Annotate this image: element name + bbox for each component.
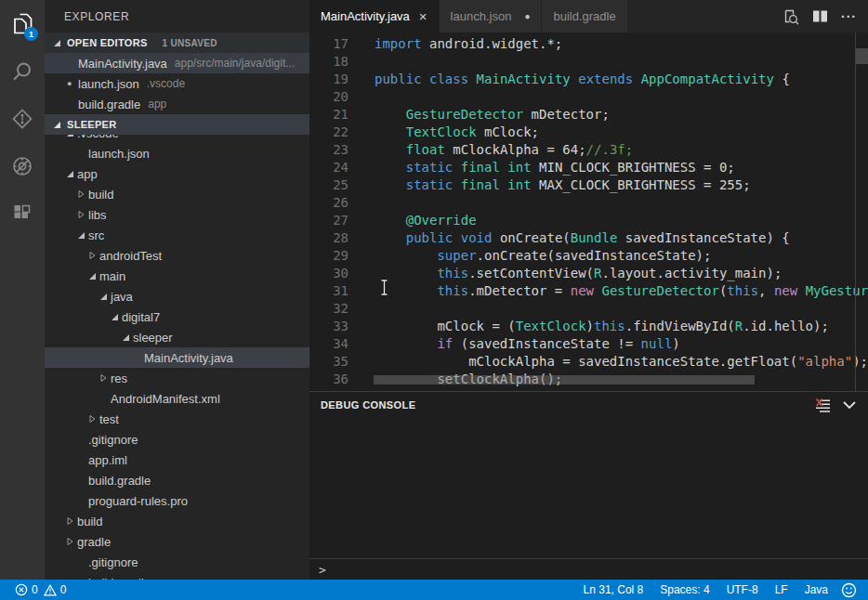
editor-line[interactable]: 31 this.mDetector = new GestureDetector(… xyxy=(309,282,868,300)
line-number[interactable]: 24 xyxy=(309,159,349,176)
twisty-expanded-icon[interactable] xyxy=(99,293,111,301)
editor-line[interactable]: 27 @Override xyxy=(309,212,868,229)
editor-line[interactable]: 23 float mClockAlpha = 64;//.3f; xyxy=(309,141,868,159)
editor-line[interactable]: 21 GestureDetector mDetector; xyxy=(309,106,868,124)
horizontal-scrollbar[interactable] xyxy=(374,375,755,385)
tree-item-launch.json[interactable]: launch.json xyxy=(45,143,309,163)
open-editors-header[interactable]: OPEN EDITORS 1 UNSAVED xyxy=(45,33,309,53)
line-number[interactable]: 32 xyxy=(309,300,349,318)
line-number[interactable]: 27 xyxy=(309,212,349,229)
twisty-expanded-icon[interactable] xyxy=(77,231,88,240)
editor-line[interactable]: 24 static final int MIN_CLOCK_BRIGHTNESS… xyxy=(309,159,868,176)
open-editor-item[interactable]: build.gradleapp xyxy=(45,94,309,114)
tree-item-app.iml[interactable]: app.iml xyxy=(45,450,309,470)
tree-item-MainActivity.java[interactable]: MainActivity.java xyxy=(45,347,309,368)
tree-item-build.gradle[interactable]: build.gradle xyxy=(45,470,309,490)
debug-console-input[interactable]: > xyxy=(309,558,868,580)
tree-item-src[interactable]: src xyxy=(45,225,309,245)
twisty-collapsed-icon[interactable] xyxy=(99,373,111,383)
editor-line[interactable]: 33 mClock = (TextClock)this.findViewById… xyxy=(309,318,868,335)
status-lf[interactable]: LF xyxy=(775,583,788,596)
twisty-collapsed-icon[interactable] xyxy=(77,189,88,199)
tree-item-app[interactable]: app xyxy=(45,163,309,184)
line-number[interactable]: 35 xyxy=(309,353,349,371)
line-number[interactable]: 34 xyxy=(309,335,349,353)
tree-item-.vscode[interactable]: .vscode xyxy=(45,135,309,143)
tree-item-.gitignore[interactable]: .gitignore xyxy=(45,429,309,450)
tree-item-main[interactable]: main xyxy=(45,266,309,286)
status-java[interactable]: Java xyxy=(805,583,828,596)
editor-line[interactable]: 29 super.onCreate(savedInstanceState); xyxy=(309,247,868,265)
clear-console-icon[interactable] xyxy=(815,398,831,412)
twisty-expanded-icon[interactable] xyxy=(111,313,122,321)
tree-item-sleeper[interactable]: sleeper xyxy=(45,327,309,347)
open-editor-item[interactable]: ●launch.json.vscode xyxy=(45,73,309,94)
tree-item-build[interactable]: build xyxy=(45,511,309,531)
tree-item-gradle[interactable]: gradle xyxy=(45,531,309,552)
tab-build.gradle[interactable]: build.gradle xyxy=(542,0,627,33)
line-number[interactable]: 28 xyxy=(309,229,349,247)
code-editor[interactable]: 17import android.widget.*;1819public cla… xyxy=(309,33,868,391)
split-editor-icon[interactable] xyxy=(812,9,828,23)
editor-line[interactable]: 32 xyxy=(309,300,868,318)
twisty-collapsed-icon[interactable] xyxy=(66,537,77,546)
tree-item-libs[interactable]: libs xyxy=(45,204,309,225)
line-number[interactable]: 33 xyxy=(309,318,349,335)
line-number[interactable]: 36 xyxy=(309,371,349,388)
editor-line[interactable]: 34 if (savedInstanceState != null) xyxy=(309,335,868,353)
activity-item-explorer[interactable]: 1 xyxy=(0,0,45,47)
line-number[interactable]: 19 xyxy=(309,71,349,88)
vertical-scrollbar[interactable] xyxy=(856,48,868,64)
feedback-smiley-icon[interactable] xyxy=(841,582,868,598)
tree-item-digital7[interactable]: digital7 xyxy=(45,307,309,327)
status-ln-31-col-8[interactable]: Ln 31, Col 8 xyxy=(584,583,644,596)
problems-status[interactable]: 0 0 xyxy=(0,583,66,596)
tree-item-.gitignore[interactable]: .gitignore xyxy=(45,552,309,572)
line-number[interactable]: 17 xyxy=(309,35,349,53)
line-number[interactable]: 31 xyxy=(309,282,349,300)
chevron-down-icon[interactable] xyxy=(842,399,857,411)
status-utf-8[interactable]: UTF-8 xyxy=(727,583,758,596)
activity-item-debug[interactable] xyxy=(0,142,45,189)
editor-line[interactable]: 28 public void onCreate(Bundle savedInst… xyxy=(309,229,868,247)
line-number[interactable]: 26 xyxy=(309,194,349,212)
line-number[interactable]: 20 xyxy=(309,88,349,106)
editor-line[interactable]: 17import android.widget.*; xyxy=(309,35,868,53)
line-number[interactable]: 30 xyxy=(309,265,349,282)
close-icon[interactable]: × xyxy=(419,9,427,23)
editor-line[interactable]: 26 xyxy=(309,194,868,212)
twisty-collapsed-icon[interactable] xyxy=(88,251,99,260)
line-number[interactable]: 18 xyxy=(309,53,349,71)
twisty-expanded-icon[interactable] xyxy=(88,272,99,280)
editor-line[interactable]: 19public class MainActivity extends AppC… xyxy=(309,71,868,88)
twisty-expanded-icon[interactable] xyxy=(66,135,77,137)
editor-line[interactable]: 18 xyxy=(309,53,868,71)
twisty-collapsed-icon[interactable] xyxy=(66,516,77,526)
twisty-expanded-icon[interactable] xyxy=(66,170,77,178)
find-file-icon[interactable] xyxy=(783,8,799,25)
line-number[interactable]: 21 xyxy=(309,106,349,124)
activity-item-search[interactable] xyxy=(0,47,45,95)
twisty-collapsed-icon[interactable] xyxy=(88,414,99,424)
tree-item-res[interactable]: res xyxy=(45,368,309,388)
tree-item-java[interactable]: java xyxy=(45,286,309,307)
tree-item-proguard-rules.pro[interactable]: proguard-rules.pro xyxy=(45,490,309,511)
line-number[interactable]: 23 xyxy=(309,141,349,159)
tree-item-test[interactable]: test xyxy=(45,409,309,429)
line-number[interactable]: 25 xyxy=(309,176,349,194)
line-number[interactable]: 29 xyxy=(309,247,349,265)
editor-line[interactable]: 25 static final int MAX_CLOCK_BRIGHTNESS… xyxy=(309,176,868,194)
more-actions-icon[interactable]: ··· xyxy=(841,9,857,24)
editor-line[interactable]: 22 TextClock mClock; xyxy=(309,124,868,141)
open-editor-item[interactable]: MainActivity.javaapp/src/main/java/digit… xyxy=(45,53,309,73)
tree-item-build[interactable]: build xyxy=(45,184,309,204)
twisty-expanded-icon[interactable] xyxy=(122,333,133,342)
line-number[interactable]: 22 xyxy=(309,124,349,141)
editor-line[interactable]: 30 this.setContentView(R.layout.activity… xyxy=(309,265,868,282)
tree-item-AndroidManifest.xml[interactable]: AndroidManifest.xml xyxy=(45,388,309,409)
status-spaces-4[interactable]: Spaces: 4 xyxy=(660,583,709,596)
activity-item-extensions[interactable] xyxy=(0,189,45,237)
tab-launch.json[interactable]: launch.json● xyxy=(440,0,543,33)
tab-MainActivity.java[interactable]: MainActivity.java× xyxy=(309,0,440,33)
tree-item-androidTest[interactable]: androidTest xyxy=(45,245,309,266)
